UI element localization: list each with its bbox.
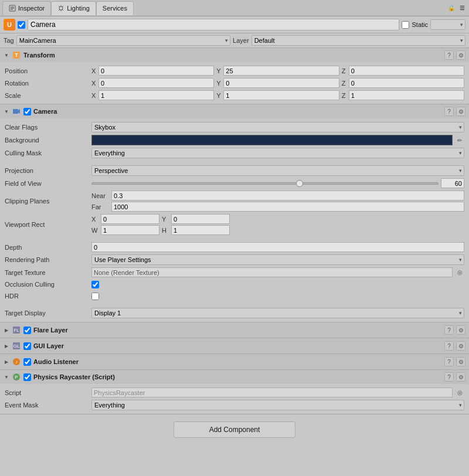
transform-section-header[interactable]: ▼ T Transform ? ⚙ [0,48,469,62]
audio-listener-help-btn[interactable]: ? [444,357,454,366]
culling-mask-select[interactable]: Everything [91,148,464,158]
gui-layer-checkbox[interactable] [23,342,31,350]
background-color-row: ✏ [91,135,464,145]
static-dropdown-wrapper[interactable] [430,19,465,30]
audio-listener-checkbox[interactable] [23,358,31,366]
culling-mask-row: Culling Mask Everything [0,147,469,159]
tag-select-wrapper[interactable]: MainCamera [16,35,230,46]
gui-layer-row[interactable]: ▶ GL GUI Layer ? ⚙ [0,338,469,354]
occlusion-culling-checkbox[interactable] [91,281,99,288]
position-y-input[interactable] [223,66,339,76]
vp-y-input[interactable] [171,214,230,224]
flare-layer-row[interactable]: ▶ FL Flare Layer ? ⚙ [0,322,469,338]
target-display-select-wrapper[interactable]: Display 1 [91,308,464,318]
camera-gear-btn[interactable]: ⚙ [456,107,465,116]
flare-layer-checkbox[interactable] [23,327,31,334]
tab-services[interactable]: Services [96,1,134,15]
lock-icon[interactable]: 🔒 [447,4,456,13]
add-component-button[interactable]: Add Component [174,421,296,438]
script-select-btn[interactable]: ◎ [455,388,464,397]
target-texture-input[interactable] [91,267,453,277]
layer-select-wrapper[interactable]: Default [252,35,465,46]
physics-raycaster-help-btn[interactable]: ? [444,372,454,382]
camera-enabled-checkbox[interactable] [23,108,31,115]
audio-listener-title: Audio Listener [33,358,442,365]
tab-inspector-label: Inspector [18,5,45,12]
physics-raycaster-arrow: ▼ [4,374,9,380]
gui-layer-help-btn[interactable]: ? [444,341,454,351]
menu-icon[interactable]: ☰ [457,4,467,13]
event-mask-select-wrapper[interactable]: Everything [91,400,464,410]
clear-flags-select[interactable]: Skybox [91,122,464,132]
object-name-input[interactable] [28,19,399,30]
object-enabled-checkbox[interactable] [18,21,25,29]
audio-listener-gear-btn[interactable]: ⚙ [456,357,465,366]
projection-select[interactable]: Perspective [91,165,464,176]
tab-bar: Inspector Lighting Services 🔒 ☰ [0,0,469,16]
culling-mask-label: Culling Mask [5,149,91,157]
camera-section-title: Camera [33,108,442,115]
position-x-input[interactable] [98,66,214,76]
camera-section-header[interactable]: ▼ Camera ? ⚙ [0,104,469,118]
static-checkbox[interactable] [402,21,409,29]
target-display-select[interactable]: Display 1 [91,308,464,318]
flare-layer-help-btn[interactable]: ? [444,325,454,335]
static-dropdown[interactable] [430,19,465,30]
scale-z-input[interactable] [349,90,464,100]
physics-raycaster-checkbox[interactable] [23,373,31,381]
target-texture-label: Target Texture [5,269,91,276]
scale-x-input[interactable] [98,90,214,100]
tab-lighting[interactable]: Lighting [51,1,96,15]
physics-raycaster-title: Physics Raycaster (Script) [33,373,442,380]
physics-raycaster-icon: P [12,372,21,382]
fov-slider-thumb[interactable] [296,180,303,187]
fov-slider-track[interactable] [91,182,439,185]
gui-layer-title: GUI Layer [33,342,442,349]
eyedropper-icon[interactable]: ✏ [455,135,464,145]
object-type-icon: U [4,19,15,30]
camera-arrow-icon: ▼ [4,108,9,114]
projection-select-wrapper[interactable]: Perspective [91,165,464,176]
near-input[interactable] [111,191,464,200]
vp-h-input[interactable] [171,225,230,235]
hdr-checkbox[interactable] [91,293,99,300]
position-xyz: X Y Z [91,66,464,76]
transform-gear-btn[interactable]: ⚙ [456,50,465,60]
scale-y-input[interactable] [223,90,339,100]
projection-label: Projection [5,167,91,174]
camera-help-btn[interactable]: ? [444,107,454,116]
tag-select[interactable]: MainCamera [16,35,230,46]
layer-select[interactable]: Default [252,35,465,46]
depth-input[interactable] [91,242,464,252]
tag-layer-row: Tag MainCamera Layer Default [0,33,469,48]
rendering-path-select[interactable]: Use Player Settings [91,254,464,265]
physics-raycaster-header[interactable]: ▼ P Physics Raycaster (Script) ? ⚙ [0,370,469,384]
rotation-xyz: X Y Z [91,78,464,88]
target-texture-btn[interactable]: ◎ [455,268,464,277]
culling-mask-select-wrapper[interactable]: Everything [91,148,464,158]
physics-raycaster-gear-btn[interactable]: ⚙ [456,372,465,382]
vp-w-input[interactable] [101,225,159,235]
svg-text:U: U [7,21,12,28]
event-mask-select[interactable]: Everything [91,400,464,410]
audio-listener-row[interactable]: ▶ ♪ Audio Listener ? ⚙ [0,354,469,370]
transform-help-btn[interactable]: ? [444,50,454,60]
vp-x-input[interactable] [101,214,159,224]
position-z-input[interactable] [349,66,464,76]
far-input[interactable] [111,202,464,212]
gui-layer-gear-btn[interactable]: ⚙ [456,341,465,351]
rendering-path-select-wrapper[interactable]: Use Player Settings [91,254,464,265]
transform-section-title: Transform [23,52,442,59]
vp-xy-line: X Y [91,214,464,224]
background-color-swatch[interactable] [91,135,453,145]
fov-value-input[interactable] [441,178,464,188]
clear-flags-select-wrapper[interactable]: Skybox [91,122,464,132]
rotation-y-input[interactable] [223,78,339,88]
depth-label: Depth [5,244,91,251]
rotation-x-input[interactable] [98,78,214,88]
svg-text:♪: ♪ [15,359,18,365]
fov-row: Field of View [0,177,469,189]
flare-layer-gear-btn[interactable]: ⚙ [456,325,465,335]
tab-inspector[interactable]: Inspector [2,1,51,15]
rotation-z-input[interactable] [349,78,464,88]
